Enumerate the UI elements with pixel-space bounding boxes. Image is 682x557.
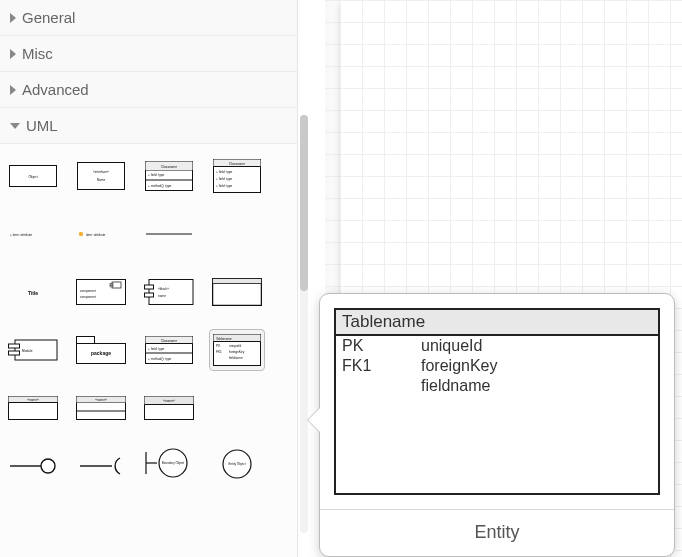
shape-object[interactable]: Object	[6, 156, 60, 196]
svg-text:Entity Object: Entity Object	[228, 462, 245, 466]
category-uml[interactable]: UML	[0, 108, 297, 144]
svg-rect-38	[9, 344, 20, 348]
shape-preview-tooltip: Tablename PK uniqueId FK1 foreignKey fie…	[319, 293, 675, 557]
sidebar-scrollbar[interactable]	[300, 115, 308, 533]
shape-attribute-item[interactable]: + item: attribute	[6, 214, 60, 254]
shape-attribute-item-icon[interactable]: item: attribute	[74, 214, 128, 254]
category-advanced[interactable]: Advanced	[0, 72, 297, 108]
svg-text:«block»: «block»	[158, 287, 169, 291]
svg-text:Module: Module	[22, 349, 33, 353]
shape-module[interactable]: Module	[6, 330, 60, 370]
shape-provided-interface[interactable]	[6, 446, 60, 486]
svg-text:+ field: type: + field: type	[216, 170, 233, 174]
shape-interface[interactable]: «interface» Name	[74, 156, 128, 196]
shape-spacer[interactable]	[210, 214, 264, 254]
shape-table-header[interactable]: «name»	[142, 388, 196, 428]
uml-shapes-grid: Object «interface» Name Classname + fiel…	[0, 144, 297, 498]
category-label: Misc	[22, 45, 53, 62]
entity-table-name: Tablename	[335, 309, 659, 335]
svg-rect-31	[145, 285, 154, 289]
svg-text:Classname: Classname	[161, 165, 177, 169]
shape-container[interactable]	[210, 272, 264, 312]
svg-text:+ field: type: + field: type	[216, 177, 233, 181]
svg-text:Tablename: Tablename	[216, 337, 232, 341]
tooltip-caption: Entity	[320, 509, 674, 556]
shape-class-4[interactable]: Classname + field: type + field: type + …	[210, 156, 264, 196]
tooltip-body: Tablename PK uniqueId FK1 foreignKey fie…	[320, 294, 674, 509]
svg-text:+ method(): type: + method(): type	[148, 184, 172, 188]
svg-rect-25	[112, 282, 121, 288]
shape-empty-slot	[210, 388, 264, 428]
svg-text:Boundary Object: Boundary Object	[162, 461, 185, 465]
svg-text:+ item: attribute: + item: attribute	[10, 233, 32, 237]
svg-rect-39	[9, 351, 20, 355]
svg-text:uniqueId: uniqueId	[229, 344, 241, 348]
svg-text:Object: Object	[28, 175, 37, 179]
shape-boundary-object[interactable]: Boundary Object	[142, 446, 196, 486]
shape-class-small[interactable]: Classname + field: type + method(): type	[142, 330, 196, 370]
shape-component[interactable]: component component	[74, 272, 128, 312]
svg-text:+ method(): type: + method(): type	[148, 357, 172, 361]
svg-rect-27	[110, 286, 113, 287]
chevron-right-icon	[10, 49, 16, 59]
svg-text:component: component	[80, 289, 96, 293]
category-label: UML	[26, 117, 58, 134]
entity-row-field: fieldname	[415, 376, 659, 396]
shape-palette-sidebar: General Misc Advanced UML Object «interf…	[0, 0, 298, 557]
svg-point-74	[41, 459, 55, 473]
shape-divider[interactable]	[142, 214, 196, 254]
svg-rect-2	[78, 163, 125, 190]
svg-text:Classname: Classname	[161, 339, 177, 343]
svg-text:item: attribute: item: attribute	[86, 233, 106, 237]
shape-table-two[interactable]: «name»	[74, 388, 128, 428]
shape-entity-object[interactable]: Entity Object	[210, 446, 264, 486]
shape-title[interactable]: Title	[6, 272, 60, 312]
category-label: Advanced	[22, 81, 89, 98]
svg-text:Title: Title	[28, 290, 38, 296]
svg-text:FK1: FK1	[216, 350, 222, 354]
svg-text:«name»: «name»	[163, 399, 175, 403]
svg-text:package: package	[91, 350, 111, 356]
svg-rect-26	[110, 284, 113, 285]
category-general[interactable]: General	[0, 0, 297, 36]
entity-row-key: FK1	[335, 356, 415, 376]
entity-row-key	[335, 376, 415, 396]
svg-text:Classname: Classname	[229, 162, 245, 166]
svg-text:+ field: type: + field: type	[148, 173, 165, 177]
svg-rect-32	[145, 293, 154, 297]
category-misc[interactable]: Misc	[0, 36, 297, 72]
svg-text:+ field: type: + field: type	[148, 347, 165, 351]
svg-rect-41	[77, 337, 95, 344]
svg-rect-36	[213, 279, 262, 284]
svg-text:«interface»: «interface»	[93, 170, 109, 174]
svg-text:component: component	[80, 295, 96, 299]
svg-text:fieldname: fieldname	[229, 356, 243, 360]
entity-row-field: uniqueId	[415, 335, 659, 356]
chevron-right-icon	[10, 13, 16, 23]
entity-row-key: PK	[335, 335, 415, 356]
chevron-right-icon	[10, 85, 16, 95]
scrollbar-thumb[interactable]	[300, 115, 308, 291]
shape-entity[interactable]: Tablename PK uniqueId FK1 foreignKey fie…	[210, 330, 264, 370]
shape-block[interactable]: «block» name	[142, 272, 196, 312]
shape-package[interactable]: package	[74, 330, 128, 370]
chevron-down-icon	[10, 123, 20, 129]
svg-text:name: name	[158, 294, 166, 298]
svg-text:foreignKey: foreignKey	[229, 350, 245, 354]
category-label: General	[22, 9, 75, 26]
svg-text:Name: Name	[97, 178, 106, 182]
svg-text:+ field: type: + field: type	[216, 184, 233, 188]
entity-preview-table: Tablename PK uniqueId FK1 foreignKey fie…	[334, 308, 660, 495]
svg-text:«name»: «name»	[95, 398, 107, 402]
tooltip-pointer-icon	[308, 408, 320, 432]
shape-class-3[interactable]: Classname + field: type + method(): type	[142, 156, 196, 196]
svg-text:«name»: «name»	[27, 398, 39, 402]
shape-table-simple[interactable]: «name»	[6, 388, 60, 428]
shape-required-interface[interactable]	[74, 446, 128, 486]
entity-row-field: foreignKey	[415, 356, 659, 376]
svg-point-20	[79, 232, 83, 236]
svg-rect-30	[149, 280, 193, 305]
